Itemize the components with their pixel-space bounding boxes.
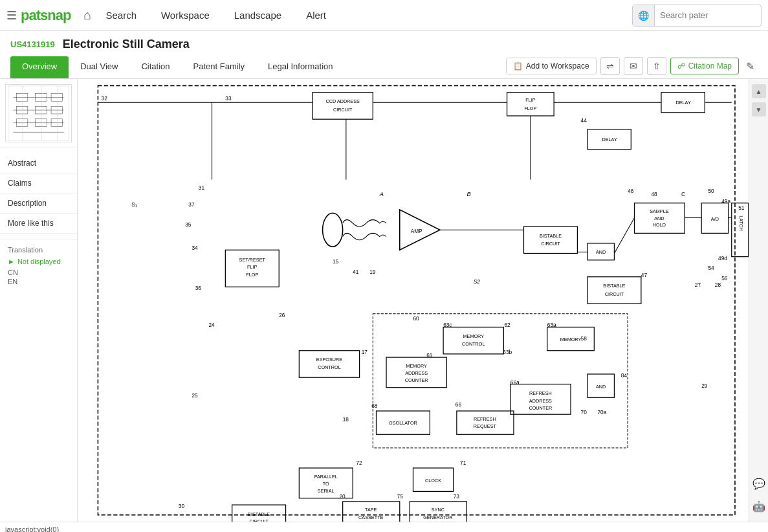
svg-text:S2: S2 <box>474 278 481 285</box>
nav-search[interactable]: Search <box>95 0 147 31</box>
svg-text:75: 75 <box>397 493 404 500</box>
svg-text:66a: 66a <box>510 379 520 386</box>
svg-text:SERIAL: SERIAL <box>318 488 335 494</box>
svg-text:TAPE: TAPE <box>365 507 377 513</box>
status-url: javascript:void(0) <box>5 526 59 533</box>
svg-rect-18 <box>313 93 373 119</box>
svg-text:68: 68 <box>371 403 378 409</box>
svg-text:CONTROL: CONTROL <box>462 341 485 347</box>
svg-text:20: 20 <box>340 493 346 500</box>
svg-text:47: 47 <box>641 272 648 278</box>
svg-rect-17 <box>98 85 735 515</box>
edit-button[interactable]: ✎ <box>743 57 758 76</box>
svg-text:27: 27 <box>695 282 701 288</box>
svg-text:32: 32 <box>102 95 108 102</box>
svg-text:SET/RESET: SET/RESET <box>239 257 266 263</box>
topbar: ☰ patsnap ⌂ Search Workspace Landscape A… <box>0 0 768 31</box>
svg-text:61: 61 <box>426 352 433 359</box>
lang-cn[interactable]: CN <box>8 268 69 277</box>
svg-text:71: 71 <box>460 460 466 466</box>
tab-legal-information[interactable]: Legal Information <box>256 56 344 78</box>
nav-description[interactable]: Description <box>0 194 77 214</box>
svg-rect-50 <box>443 327 503 353</box>
svg-text:MEMORY: MEMORY <box>463 333 485 339</box>
svg-text:63a: 63a <box>547 322 556 328</box>
workspace-icon: 📋 <box>513 61 523 71</box>
svg-text:ADDRESS: ADDRESS <box>529 398 552 404</box>
svg-text:PARALLEL: PARALLEL <box>314 474 338 480</box>
svg-text:26: 26 <box>279 312 285 318</box>
svg-text:GENERATOR: GENERATOR <box>423 515 452 520</box>
svg-text:17: 17 <box>362 349 368 355</box>
svg-text:FLOP: FLOP <box>524 105 536 111</box>
svg-text:CCD ADDRESS: CCD ADDRESS <box>325 98 360 104</box>
sidebar-nav-links: Abstract Claims Description More like th… <box>0 148 77 239</box>
svg-text:CIRCUIT: CIRCUIT <box>605 291 624 297</box>
robot-icon[interactable]: 🤖 <box>750 498 768 515</box>
patent-id[interactable]: US4131919 <box>10 39 55 49</box>
share-button[interactable]: ⇧ <box>647 57 666 75</box>
citation-map-button[interactable]: ☍ Citation Map <box>670 58 739 74</box>
svg-text:AMP: AMP <box>411 228 422 234</box>
svg-text:84: 84 <box>621 372 628 379</box>
scroll-up-button[interactable]: ▲ <box>752 84 766 98</box>
svg-text:51: 51 <box>738 205 745 211</box>
svg-text:BISTABLE: BISTABLE <box>540 233 562 239</box>
svg-text:A/D: A/D <box>711 216 719 222</box>
svg-text:B: B <box>466 191 470 197</box>
globe-icon: 🌐 <box>633 5 655 26</box>
svg-rect-43 <box>587 277 641 304</box>
svg-text:CASSETTE: CASSETTE <box>358 515 383 520</box>
translation-section: Translation ► Not displayed CN EN <box>0 239 77 293</box>
svg-text:HOLD: HOLD <box>653 222 666 228</box>
logo-text[interactable]: patsnap <box>21 7 71 24</box>
patent-thumbnail <box>5 84 72 142</box>
left-sidebar: Abstract Claims Description More like th… <box>0 79 78 522</box>
svg-text:CLOCK: CLOCK <box>425 478 441 483</box>
patent-diagram: CCD ADDRESS CIRCUIT FLIP FLOP DELAY DELA… <box>78 79 749 522</box>
nav-workspace[interactable]: Workspace <box>151 0 220 31</box>
circuit-diagram-svg: CCD ADDRESS CIRCUIT FLIP FLOP DELAY DELA… <box>78 79 749 522</box>
svg-text:SAMPLE: SAMPLE <box>650 208 669 214</box>
svg-text:36: 36 <box>195 285 202 291</box>
nav-landscape[interactable]: Landscape <box>224 0 292 31</box>
nav-abstract[interactable]: Abstract <box>0 153 77 173</box>
svg-text:70a: 70a <box>597 409 606 416</box>
svg-text:MEMORY: MEMORY <box>560 337 582 342</box>
nav-claims[interactable]: Claims <box>0 173 77 194</box>
compare-button[interactable]: ⇌ <box>600 57 620 75</box>
email-button[interactable]: ✉ <box>624 57 643 75</box>
svg-text:COUNTER: COUNTER <box>529 405 552 411</box>
svg-text:CIRCUIT: CIRCUIT <box>249 518 269 522</box>
svg-text:A: A <box>379 191 384 197</box>
svg-text:70: 70 <box>581 409 587 416</box>
search-input[interactable] <box>655 10 761 20</box>
right-sidebar: ▲ ▼ 💬 🤖 <box>749 79 768 522</box>
tab-patent-family[interactable]: Patent Family <box>182 56 256 78</box>
tabs-right-actions: 📋 Add to Workspace ⇌ ✉ ⇧ ☍ Citation Map … <box>506 57 758 78</box>
svg-text:S₁: S₁ <box>131 201 137 208</box>
scroll-down-button[interactable]: ▼ <box>752 102 766 116</box>
tab-citation[interactable]: Citation <box>129 56 181 78</box>
svg-text:56: 56 <box>721 275 728 282</box>
svg-text:AND: AND <box>596 249 606 255</box>
status-bar: javascript:void(0) <box>0 522 768 532</box>
svg-text:19: 19 <box>369 269 376 275</box>
svg-point-175 <box>323 213 343 247</box>
nav-alert[interactable]: Alert <box>296 0 336 31</box>
search-box[interactable]: 🌐 <box>632 5 762 27</box>
chat-icon[interactable]: 💬 <box>750 475 768 493</box>
svg-text:15: 15 <box>333 258 339 265</box>
hamburger-icon[interactable]: ☰ <box>6 8 17 23</box>
svg-text:54: 54 <box>708 265 715 271</box>
svg-line-114 <box>614 218 634 254</box>
home-icon[interactable]: ⌂ <box>83 8 91 23</box>
svg-text:37: 37 <box>188 201 195 208</box>
nav-more-like-this[interactable]: More like this <box>0 214 77 234</box>
tab-dual-view[interactable]: Dual View <box>69 56 129 78</box>
add-to-workspace-button[interactable]: 📋 Add to Workspace <box>506 58 597 74</box>
tab-overview[interactable]: Overview <box>10 56 69 78</box>
patent-id-row: US4131919 Electronic Still Camera <box>10 38 758 51</box>
lang-en[interactable]: EN <box>8 277 69 286</box>
svg-text:63c: 63c <box>443 322 452 328</box>
